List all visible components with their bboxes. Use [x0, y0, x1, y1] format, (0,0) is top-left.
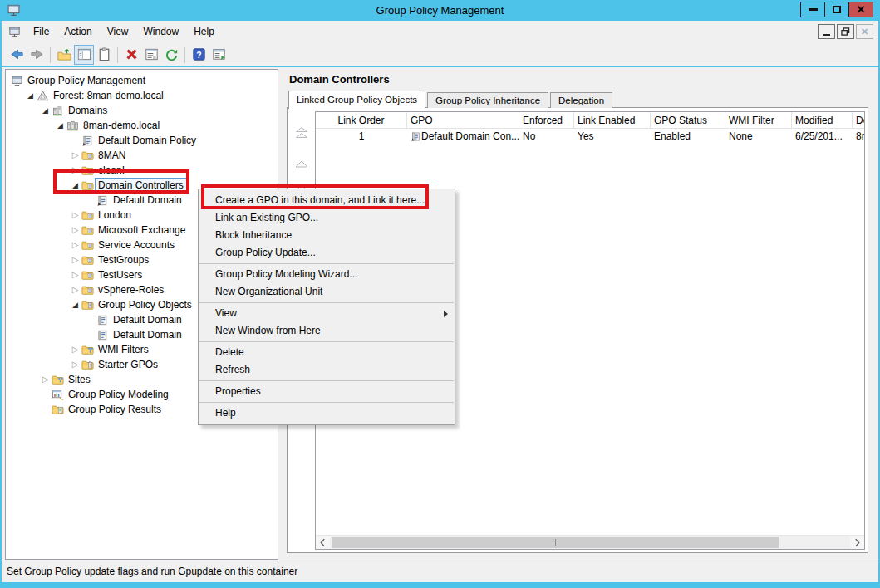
gpo-folder-icon — [81, 299, 96, 311]
expander-closed-icon[interactable] — [69, 208, 81, 223]
toolbar-separator — [117, 47, 118, 63]
tree-item-forest[interactable]: Forest: 8man-demo.local — [6, 88, 278, 103]
cell-link-enabled: Yes — [574, 129, 651, 144]
menu-action[interactable]: Action — [57, 21, 99, 43]
menu-item-new-organizational-unit[interactable]: New Organizational Unit — [199, 283, 455, 301]
gpo-link-icon — [96, 194, 111, 207]
delete-icon[interactable] — [121, 45, 141, 65]
ou-folder-icon — [81, 254, 96, 267]
scroll-right-icon[interactable] — [850, 536, 864, 549]
tab-delegation[interactable]: Delegation — [550, 92, 612, 108]
tree-item-group-policy-management[interactable]: Group Policy Management — [6, 73, 278, 88]
tree-item-8man[interactable]: 8MAN — [6, 148, 278, 163]
column-wmi-filter[interactable]: WMI Filter — [725, 112, 792, 128]
menu-help[interactable]: Help — [186, 21, 222, 43]
gpo-link-icon — [81, 135, 96, 147]
expander-closed-icon[interactable] — [69, 342, 81, 357]
expander-closed-icon[interactable] — [69, 252, 81, 267]
menu-item-new-window-from-here[interactable]: New Window from Here — [199, 322, 455, 340]
column-enforced[interactable]: Enforced — [519, 112, 574, 128]
table-header: Link Order▲ GPO Enforced Link Enabled GP… — [316, 112, 864, 129]
scrollbar-thumb[interactable] — [332, 537, 779, 548]
help-icon[interactable]: ? — [189, 45, 209, 65]
column-gpo-status[interactable]: GPO Status — [651, 112, 725, 128]
scrollbar-track[interactable] — [330, 536, 850, 549]
column-gpo[interactable]: GPO — [407, 112, 519, 128]
expander-closed-icon[interactable] — [69, 238, 81, 252]
menu-window[interactable]: Window — [136, 21, 187, 43]
menu-item-view[interactable]: View — [199, 305, 455, 322]
back-icon[interactable] — [7, 45, 27, 65]
minimize-button[interactable] — [800, 2, 825, 17]
menu-separator — [199, 341, 454, 342]
move-top-icon[interactable] — [293, 126, 310, 140]
tab-group-policy-inheritance[interactable]: Group Policy Inheritance — [427, 92, 548, 108]
column-domain[interactable]: Domain — [853, 112, 864, 128]
domains-icon — [52, 105, 66, 117]
svg-text:?: ? — [196, 51, 201, 60]
menu-separator — [199, 402, 454, 403]
column-link-enabled[interactable]: Link Enabled — [574, 112, 651, 128]
column-link-order[interactable]: Link Order▲ — [316, 112, 407, 128]
tree-item-domains[interactable]: Domains — [6, 103, 278, 118]
expander-closed-icon[interactable] — [69, 267, 81, 282]
scroll-left-icon[interactable] — [316, 536, 330, 549]
child-restore-button[interactable] — [837, 24, 854, 39]
column-modified[interactable]: Modified — [792, 112, 853, 128]
maximize-button[interactable] — [824, 2, 849, 17]
cell-enforced: No — [519, 129, 574, 144]
properties-icon[interactable] — [141, 45, 161, 65]
gpo-icon — [96, 314, 111, 326]
up-one-level-icon[interactable] — [54, 45, 74, 65]
menu-separator — [199, 263, 454, 264]
forward-icon[interactable] — [27, 45, 47, 65]
menu-item-help[interactable]: Help — [199, 404, 455, 422]
menu-item-properties[interactable]: Properties — [199, 383, 455, 400]
expander-closed-icon[interactable] — [69, 282, 81, 297]
move-up-icon[interactable] — [293, 158, 310, 171]
sort-ascending-icon: ▲ — [368, 112, 374, 128]
expander-open-icon[interactable] — [54, 118, 66, 133]
tree-item-default-domain-policy[interactable]: Default Domain Policy — [6, 133, 278, 148]
expander-closed-icon[interactable] — [69, 357, 81, 372]
modeling-icon — [52, 389, 66, 401]
menu-item-delete[interactable]: Delete — [199, 344, 455, 361]
close-button[interactable]: ✕ — [848, 2, 873, 17]
menu-item-block-inheritance[interactable]: Block Inheritance — [199, 227, 455, 244]
cell-link-order: 1 — [316, 129, 407, 144]
export-list-icon[interactable] — [209, 45, 229, 65]
expander-closed-icon[interactable] — [39, 372, 52, 387]
pane-title: Domain Controllers — [287, 67, 868, 91]
clipboard-icon[interactable] — [94, 45, 114, 65]
show-console-tree-icon[interactable] — [74, 45, 94, 65]
menu-item-refresh[interactable]: Refresh — [199, 361, 455, 379]
menu-bar: File Action View Window Help ✕ — [2, 21, 878, 43]
table-row[interactable]: 1 Default Domain Con... No Yes Enabled N… — [316, 129, 864, 144]
status-bar: Set Group Policy update flags and run Gp… — [2, 561, 878, 582]
menu-item-group-policy-update[interactable]: Group Policy Update... — [199, 244, 455, 262]
ou-folder-icon — [81, 224, 96, 237]
ou-folder-icon — [81, 239, 96, 252]
cell-gpo-status: Enabled — [651, 129, 725, 144]
toolbar-separator — [184, 47, 185, 63]
horizontal-scrollbar[interactable] — [316, 535, 864, 549]
results-icon — [52, 404, 66, 416]
expander-open-icon[interactable] — [69, 297, 81, 312]
expander-closed-icon[interactable] — [69, 223, 81, 238]
menu-separator — [199, 302, 454, 303]
expander-open-icon[interactable] — [24, 88, 37, 103]
child-minimize-button[interactable] — [818, 24, 835, 39]
expander-open-icon[interactable] — [39, 103, 52, 118]
title-bar: Group Policy Management ✕ — [0, 0, 880, 21]
tab-linked-group-policy-objects[interactable]: Linked Group Policy Objects — [288, 91, 425, 109]
refresh-icon[interactable] — [161, 45, 181, 65]
menu-item-link-existing-gpo[interactable]: Link an Existing GPO... — [199, 209, 455, 227]
forest-icon — [37, 90, 51, 102]
menu-item-modeling-wizard[interactable]: Group Policy Modeling Wizard... — [199, 266, 455, 283]
menu-file[interactable]: File — [26, 21, 57, 43]
child-close-button[interactable]: ✕ — [856, 24, 873, 39]
expander-closed-icon[interactable] — [69, 148, 81, 163]
menu-view[interactable]: View — [100, 21, 136, 43]
menu-separator — [199, 380, 454, 381]
tree-item-domain[interactable]: 8man-demo.local — [6, 118, 278, 133]
